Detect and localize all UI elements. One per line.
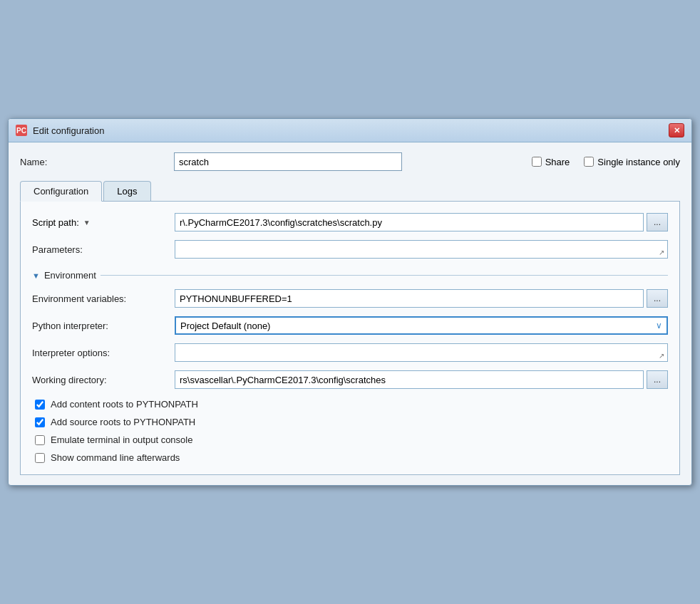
dialog-body: Name: Share Single instance only Configu… — [9, 142, 691, 485]
script-path-browse-button[interactable]: ... — [647, 213, 668, 231]
script-path-input[interactable] — [175, 213, 644, 231]
python-interpreter-row: Python interpreter: Project Default (non… — [32, 316, 668, 335]
title-bar: PC Edit configuration ✕ — [9, 119, 691, 142]
name-options: Share Single instance only — [532, 157, 680, 167]
add-content-roots-row: Add content roots to PYTHONPATH — [35, 399, 668, 410]
tabs: Configuration Logs — [20, 181, 680, 202]
env-vars-browse-button[interactable]: ... — [647, 289, 668, 308]
working-directory-label: Working directory: — [32, 375, 175, 385]
working-directory-row: Working directory: ... — [32, 370, 668, 389]
checkboxes-section: Add content roots to PYTHONPATH Add sour… — [32, 399, 668, 463]
parameters-input-wrapper: ↗ — [175, 240, 668, 259]
tab-content-configuration: Script path: ▼ ... Parameters: ↗ — [20, 202, 680, 475]
script-path-label-area: Script path: ▼ — [32, 217, 175, 228]
interpreter-options-row: Interpreter options: ↗ — [32, 343, 668, 362]
close-button[interactable]: ✕ — [669, 123, 684, 137]
script-path-label: Script path: — [32, 217, 79, 228]
working-directory-browse-button[interactable]: ... — [647, 370, 668, 389]
env-vars-input-group: ... — [175, 289, 668, 308]
tab-logs[interactable]: Logs — [103, 181, 150, 201]
env-vars-row: Environment variables: ... — [32, 289, 668, 308]
emulate-terminal-checkbox[interactable] — [35, 435, 45, 445]
share-checkbox-label[interactable]: Share — [532, 157, 570, 167]
environment-section-header: ▼ Environment — [32, 270, 668, 281]
show-command-line-checkbox[interactable] — [35, 453, 45, 463]
single-instance-label: Single instance only — [597, 157, 680, 167]
environment-section-arrow[interactable]: ▼ — [32, 271, 40, 280]
python-interpreter-select-wrapper: Project Default (none) ∨ — [175, 316, 668, 335]
parameters-label: Parameters: — [32, 244, 175, 255]
interpreter-options-expand-icon[interactable]: ↗ — [657, 350, 666, 360]
share-checkbox[interactable] — [532, 157, 542, 167]
parameters-input[interactable] — [175, 240, 668, 259]
script-path-row: Script path: ▼ ... — [32, 213, 668, 231]
environment-section-label: Environment — [44, 270, 96, 281]
add-source-roots-label[interactable]: Add source roots to PYTHONPATH — [51, 417, 195, 427]
show-command-line-row: Show command line afterwards — [35, 452, 668, 463]
working-directory-input-group: ... — [175, 370, 668, 389]
add-source-roots-checkbox[interactable] — [35, 417, 45, 427]
app-icon: PC — [16, 125, 27, 136]
dialog-title: Edit configuration — [33, 125, 104, 136]
add-content-roots-label[interactable]: Add content roots to PYTHONPATH — [51, 399, 198, 410]
edit-configuration-dialog: PC Edit configuration ✕ Name: Share Sing… — [8, 118, 692, 486]
working-directory-input[interactable] — [175, 370, 644, 389]
parameters-expand-icon[interactable]: ↗ — [657, 247, 666, 257]
share-label: Share — [545, 157, 570, 167]
emulate-terminal-row: Emulate terminal in output console — [35, 434, 668, 445]
interpreter-options-label: Interpreter options: — [32, 348, 175, 358]
parameters-row: Parameters: ↗ — [32, 240, 668, 259]
name-input[interactable] — [174, 152, 402, 171]
env-vars-label: Environment variables: — [32, 293, 175, 304]
name-label: Name: — [20, 157, 163, 167]
environment-divider — [101, 275, 668, 276]
interpreter-options-input-wrapper: ↗ — [175, 343, 668, 362]
interpreter-options-input[interactable] — [175, 343, 668, 362]
name-row: Name: Share Single instance only — [20, 152, 680, 171]
single-instance-checkbox-label[interactable]: Single instance only — [584, 157, 680, 167]
python-interpreter-select[interactable]: Project Default (none) — [175, 316, 668, 335]
script-path-dropdown-icon[interactable]: ▼ — [83, 219, 91, 226]
env-vars-input[interactable] — [175, 289, 644, 308]
add-content-roots-checkbox[interactable] — [35, 400, 45, 410]
emulate-terminal-label[interactable]: Emulate terminal in output console — [51, 434, 192, 445]
script-path-input-group: ... — [175, 213, 668, 231]
python-interpreter-label: Python interpreter: — [32, 321, 175, 331]
add-source-roots-row: Add source roots to PYTHONPATH — [35, 417, 668, 427]
tab-configuration[interactable]: Configuration — [20, 181, 102, 202]
show-command-line-label[interactable]: Show command line afterwards — [51, 452, 180, 463]
single-instance-checkbox[interactable] — [584, 157, 594, 167]
title-bar-left: PC Edit configuration — [16, 125, 104, 136]
